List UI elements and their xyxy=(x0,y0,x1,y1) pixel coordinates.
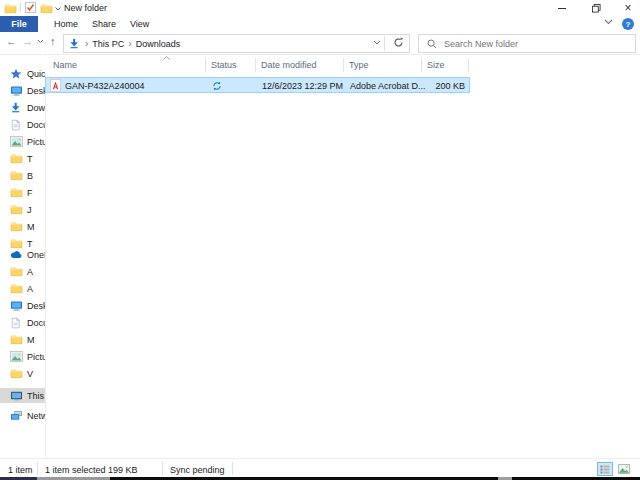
address-divider xyxy=(384,36,385,51)
document-icon xyxy=(10,317,23,329)
ribbon-tab-bar: File Home Share View ? xyxy=(0,16,640,33)
folder-icon xyxy=(10,153,23,164)
up-button[interactable]: ↑ xyxy=(50,35,56,47)
column-header-type[interactable]: Type xyxy=(349,60,369,70)
folder-icon xyxy=(10,170,23,181)
restore-icon xyxy=(592,4,601,13)
sidebar-item-onedrive-desktop[interactable]: Desktop xyxy=(0,298,45,313)
close-button[interactable]: × xyxy=(612,0,640,16)
column-separator[interactable] xyxy=(421,58,422,72)
status-divider xyxy=(37,462,38,475)
details-view-button[interactable] xyxy=(597,462,613,476)
folder-icon xyxy=(10,187,23,198)
sidebar-item-this-pc[interactable]: This PC xyxy=(0,388,45,403)
desktop-icon xyxy=(10,300,23,311)
qat-new-folder-icon[interactable] xyxy=(40,3,53,14)
sidebar-item-pinned-folder[interactable]: T xyxy=(0,151,45,166)
folder-icon xyxy=(10,334,23,345)
sidebar-item-pinned-folder[interactable]: J xyxy=(0,202,45,217)
folder-icon xyxy=(10,368,23,379)
sidebar-item-downloads[interactable]: Downloads xyxy=(0,100,45,115)
file-date-modified: 12/6/2023 12:29 PM xyxy=(262,81,343,91)
sidebar-item-label: B xyxy=(27,171,33,181)
help-button[interactable]: ? xyxy=(622,18,634,30)
restore-button[interactable] xyxy=(580,0,612,16)
picture-icon xyxy=(10,351,23,362)
folder-icon xyxy=(10,221,23,232)
sidebar-item-pinned-folder[interactable]: B xyxy=(0,168,45,183)
details-view-icon xyxy=(600,465,610,474)
breadcrumb-separator: › xyxy=(126,38,133,49)
download-arrow-icon xyxy=(10,102,23,113)
sidebar-item-onedrive-folder[interactable]: M xyxy=(0,332,45,347)
sidebar-item-label: Downloads xyxy=(27,103,45,113)
tab-file[interactable]: File xyxy=(0,16,38,32)
column-separator[interactable] xyxy=(255,58,256,72)
qat-customize-chevron-icon[interactable] xyxy=(55,7,61,11)
minimize-button[interactable] xyxy=(546,0,578,16)
sidebar-item-onedrive-folder[interactable]: A xyxy=(0,264,45,279)
sidebar-item-onedrive[interactable]: OneDrive xyxy=(0,247,45,262)
sidebar-item-label: Documents xyxy=(27,318,45,328)
sidebar-item-documents[interactable]: Documents xyxy=(0,117,45,132)
back-button[interactable]: ← xyxy=(6,35,17,47)
sidebar-item-network[interactable]: Network xyxy=(0,408,45,423)
sidebar-item-label: M xyxy=(27,335,35,345)
downloads-location-icon xyxy=(69,38,79,49)
item-count: 1 item xyxy=(8,465,33,475)
recent-locations-chevron-icon[interactable] xyxy=(37,39,44,44)
address-dropdown-chevron-icon[interactable] xyxy=(373,40,381,45)
qat-divider: | xyxy=(19,2,21,12)
sidebar-item-onedrive-folder[interactable]: A xyxy=(0,281,45,296)
sidebar-item-pictures[interactable]: Pictures xyxy=(0,134,45,149)
sync-pending-icon xyxy=(212,81,222,91)
sidebar-item-label: A xyxy=(27,267,33,277)
column-header-name[interactable]: Name xyxy=(53,60,77,70)
expand-ribbon-chevron-icon[interactable] xyxy=(604,19,613,25)
forward-button[interactable]: → xyxy=(22,35,33,47)
sidebar-item-label: A xyxy=(27,284,33,294)
sidebar-item-label: Pictures xyxy=(27,137,45,147)
sidebar-item-pinned-folder[interactable]: M xyxy=(0,219,45,234)
sidebar-item-onedrive-pictures[interactable]: Pictures xyxy=(0,349,45,364)
qat-properties-icon[interactable] xyxy=(25,2,36,13)
sidebar-item-quick-access[interactable]: Quick access xyxy=(0,66,45,81)
tab-view[interactable]: View xyxy=(120,16,159,32)
file-row-selected[interactable]: GAN-P432A240004 12/6/2023 12:29 PM Adobe… xyxy=(45,77,470,93)
sidebar-item-label: Documents xyxy=(27,120,45,130)
sync-status: Sync pending xyxy=(170,465,225,475)
network-icon xyxy=(10,410,23,421)
navigation-bar: ← → ↑ › This PC › Downloads xyxy=(0,32,640,55)
file-name: GAN-P432A240004 xyxy=(65,81,145,91)
sidebar-item-onedrive-documents[interactable]: Documents xyxy=(0,315,45,330)
document-icon xyxy=(10,119,23,131)
column-header-status[interactable]: Status xyxy=(211,60,237,70)
sidebar-item-onedrive-folder[interactable]: V xyxy=(0,366,45,381)
file-size: 200 KB xyxy=(426,81,465,91)
column-separator[interactable] xyxy=(205,58,206,72)
column-header-size[interactable]: Size xyxy=(427,60,445,70)
search-box[interactable] xyxy=(418,34,636,53)
minimize-icon xyxy=(558,8,566,9)
folder-icon xyxy=(10,266,23,277)
address-bar[interactable]: › This PC › Downloads xyxy=(63,34,410,53)
folder-icon xyxy=(10,204,23,215)
sidebar-item-label: Desktop xyxy=(27,301,45,311)
breadcrumb-downloads[interactable]: Downloads xyxy=(134,39,183,49)
file-type: Adobe Acrobat D... xyxy=(350,81,426,91)
window-title: New folder xyxy=(64,3,107,13)
selection-summary: 1 item selected 199 KB xyxy=(45,465,138,475)
breadcrumb-this-pc[interactable]: This PC xyxy=(90,39,126,49)
column-header-date-modified[interactable]: Date modified xyxy=(261,60,317,70)
help-icon: ? xyxy=(626,20,631,29)
column-separator[interactable] xyxy=(468,58,469,72)
sidebar-item-desktop[interactable]: Desktop xyxy=(0,83,45,98)
sidebar-item-pinned-folder[interactable]: F xyxy=(0,185,45,200)
column-separator[interactable] xyxy=(343,58,344,72)
close-icon: × xyxy=(624,3,631,13)
refresh-icon[interactable] xyxy=(393,37,404,48)
star-icon xyxy=(10,68,23,80)
large-icons-view-button[interactable] xyxy=(616,462,632,476)
title-bar: | New folder × xyxy=(0,0,640,16)
search-input[interactable] xyxy=(442,38,626,50)
